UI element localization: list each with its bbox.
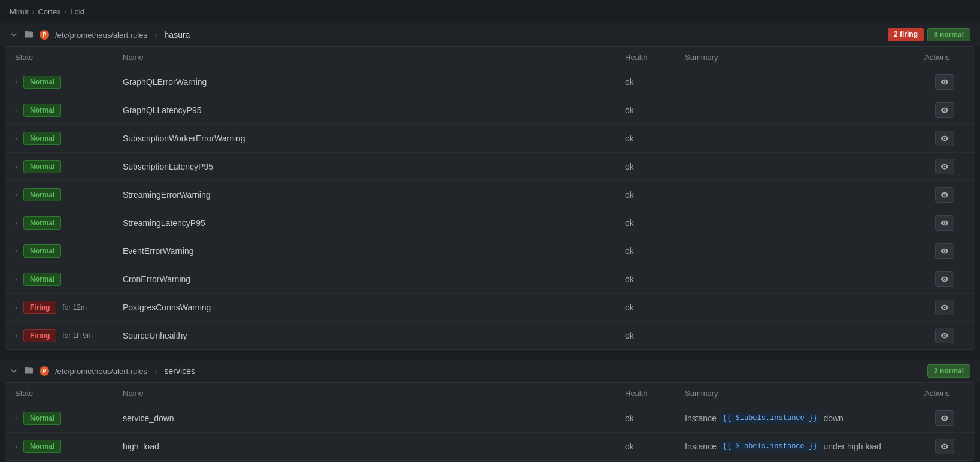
- view-button[interactable]: [935, 410, 954, 426]
- breadcrumb-item-loki[interactable]: Loki: [70, 7, 84, 16]
- breadcrumb-item-mimir[interactable]: Mimir: [10, 7, 29, 16]
- health-cell: ok: [615, 125, 675, 153]
- row-chevron[interactable]: ›: [15, 219, 17, 227]
- col-header-state: State: [5, 47, 113, 68]
- rule-name: PostgresConnsWarning: [113, 294, 615, 322]
- rule-name: high_load: [113, 433, 615, 461]
- summary-cell: [675, 125, 915, 153]
- summary-suffix: down: [823, 413, 843, 423]
- health-cell: ok: [615, 237, 675, 265]
- summary-prefix: Instance: [685, 413, 717, 423]
- view-button[interactable]: [935, 131, 954, 146]
- view-button[interactable]: [935, 74, 954, 90]
- actions-cell: [915, 237, 975, 265]
- row-chevron[interactable]: ›: [15, 275, 17, 283]
- table-row: › Normal EventErrorWarning ok: [5, 237, 975, 265]
- row-chevron[interactable]: ›: [15, 442, 17, 451]
- table-row: › Normal high_load ok Instance {{ $label…: [5, 433, 975, 461]
- badge-group-services: 2 normal: [927, 364, 970, 378]
- eye-icon: [940, 303, 949, 312]
- state-cell: › Normal: [5, 209, 113, 237]
- table-wrapper-hasura: State Name Health Summary Actions › Norm…: [5, 46, 975, 350]
- row-chevron[interactable]: ›: [15, 134, 17, 143]
- row-chevron[interactable]: ›: [15, 414, 17, 422]
- table-row: › Normal GraphQLLatencyP95 ok: [5, 96, 975, 125]
- row-chevron[interactable]: ›: [15, 331, 17, 340]
- rule-name: StreamingLatencyP95: [113, 209, 615, 237]
- eye-icon: [940, 275, 949, 283]
- rule-group-services: P /etc/prometheus/alert.rules › services…: [0, 360, 980, 461]
- group-path-services: /etc/prometheus/alert.rules: [55, 367, 147, 376]
- rule-name: SubscriptionWorkerErrorWarning: [113, 125, 615, 153]
- col-header-name: Name: [113, 47, 615, 68]
- rules-table-hasura: State Name Health Summary Actions › Norm…: [5, 47, 975, 349]
- state-cell: › Firing for 1h 9m: [5, 322, 113, 350]
- col-header-summary-s: Summary: [675, 383, 915, 404]
- health-cell: ok: [615, 404, 675, 433]
- group-header-left-services: P /etc/prometheus/alert.rules › services: [10, 366, 195, 377]
- summary-cell: Instance {{ $labels.instance }} under hi…: [675, 433, 915, 461]
- badge-firing-hasura: 2 firing: [888, 28, 924, 41]
- state-cell: › Normal: [5, 125, 113, 153]
- health-cell: ok: [615, 294, 675, 322]
- row-chevron[interactable]: ›: [15, 247, 17, 255]
- breadcrumb-sep-1: /: [32, 7, 35, 16]
- summary-cell: [675, 294, 915, 322]
- view-button[interactable]: [935, 159, 954, 174]
- health-cell: ok: [615, 433, 675, 461]
- view-button[interactable]: [935, 215, 954, 231]
- group-path-hasura: /etc/prometheus/alert.rules: [55, 31, 147, 40]
- view-button[interactable]: [935, 243, 954, 259]
- group-header-hasura[interactable]: P /etc/prometheus/alert.rules › hasura 2…: [0, 23, 980, 46]
- eye-icon: [940, 191, 949, 199]
- state-badge: Normal: [23, 412, 61, 425]
- state-badge: Normal: [23, 440, 61, 453]
- view-button[interactable]: [935, 300, 954, 315]
- health-cell: ok: [615, 96, 675, 125]
- breadcrumb: Mimir / Cortex / Loki: [0, 0, 980, 23]
- view-button[interactable]: [935, 187, 954, 203]
- state-cell: › Normal: [5, 153, 113, 181]
- row-chevron[interactable]: ›: [15, 303, 17, 312]
- breadcrumb-item-cortex[interactable]: Cortex: [38, 7, 60, 16]
- row-chevron[interactable]: ›: [15, 191, 17, 199]
- row-chevron[interactable]: ›: [15, 162, 17, 171]
- state-cell: › Normal: [5, 237, 113, 265]
- folder-icon-services: [24, 366, 34, 377]
- badge-normal-services: 2 normal: [927, 364, 970, 378]
- state-cell: › Normal: [5, 181, 113, 209]
- summary-text: Instance {{ $labels.instance }} under hi…: [685, 441, 905, 452]
- eye-icon: [940, 219, 949, 227]
- state-cell: › Firing for 12m: [5, 294, 113, 322]
- group-header-left: P /etc/prometheus/alert.rules › hasura: [10, 29, 190, 41]
- summary-cell: [675, 68, 915, 96]
- summary-template: {{ $labels.instance }}: [719, 413, 821, 424]
- summary-cell: [675, 209, 915, 237]
- actions-cell: [915, 294, 975, 322]
- summary-suffix: under high load: [823, 442, 881, 451]
- rule-name: GraphQLLatencyP95: [113, 96, 615, 125]
- health-cell: ok: [615, 265, 675, 294]
- state-badge: Normal: [23, 132, 61, 145]
- table-row: › Normal GraphQLErrorWarning ok: [5, 68, 975, 96]
- table-row: › Normal CronErrorWarning ok: [5, 265, 975, 294]
- view-button[interactable]: [935, 102, 954, 118]
- eye-icon: [940, 414, 949, 422]
- state-badge: Firing: [23, 301, 56, 314]
- view-button[interactable]: [935, 271, 954, 287]
- health-cell: ok: [615, 153, 675, 181]
- firing-duration: for 1h 9m: [62, 331, 93, 340]
- table-row: › Normal service_down ok Instance {{ $la…: [5, 404, 975, 433]
- rules-table-services: State Name Health Summary Actions › Norm…: [5, 383, 975, 460]
- folder-icon: [24, 29, 34, 41]
- state-badge: Normal: [23, 104, 61, 117]
- rule-name: EventErrorWarning: [113, 237, 615, 265]
- row-chevron[interactable]: ›: [15, 78, 17, 86]
- row-chevron[interactable]: ›: [15, 106, 17, 114]
- state-cell: › Normal: [5, 96, 113, 125]
- group-header-services[interactable]: P /etc/prometheus/alert.rules › services…: [0, 360, 980, 382]
- state-cell: › Normal: [5, 68, 113, 96]
- table-row: › Normal StreamingLatencyP95 ok: [5, 209, 975, 237]
- view-button[interactable]: [935, 328, 954, 343]
- view-button[interactable]: [935, 439, 954, 454]
